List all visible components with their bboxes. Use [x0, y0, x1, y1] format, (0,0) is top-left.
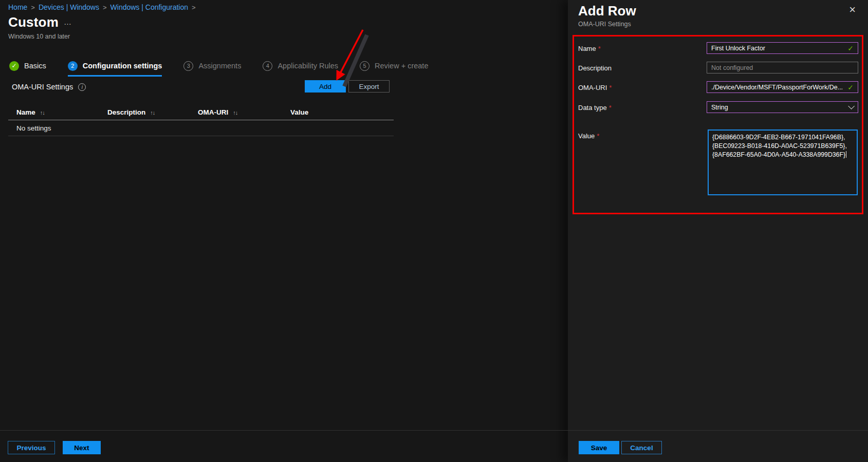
- tab-review-create-label: Review + create: [375, 62, 428, 70]
- add-row-panel: Add Row OMA-URI Settings × Name* First U…: [568, 0, 868, 462]
- oma-uri-input[interactable]: ./Device/Vendor/MSFT/PassportForWork/De.…: [707, 81, 858, 93]
- breadcrumb-separator-icon: >: [188, 4, 199, 11]
- breadcrumb-devices-windows[interactable]: Devices | Windows: [39, 3, 99, 11]
- column-header-name[interactable]: Name ↑↓: [16, 108, 107, 116]
- export-button[interactable]: Export: [348, 80, 390, 93]
- value-field-label: Value*: [578, 132, 599, 140]
- description-label-text: Description: [578, 64, 612, 72]
- tab-assignments[interactable]: 3 Assignments: [183, 61, 241, 71]
- panel-title: Add Row: [578, 3, 636, 19]
- step-number-icon: 3: [183, 61, 193, 71]
- tab-applicability-rules-label: Applicability Rules: [278, 62, 338, 70]
- valid-check-icon: ✓: [847, 83, 854, 91]
- column-header-value: Value: [290, 108, 394, 116]
- page-title: Custom: [8, 14, 59, 30]
- description-field-label: Description: [578, 64, 612, 72]
- data-type-label-text: Data type: [578, 104, 607, 112]
- text-caret: [846, 151, 846, 158]
- value-line-2: {BEC09223-B018-416D-A0AC-523971B639F5},: [712, 142, 853, 151]
- data-type-field-label: Data type*: [578, 104, 612, 112]
- value-textarea[interactable]: {D6886603-9D2F-4EB2-B667-1971041FA96B}, …: [708, 130, 858, 195]
- sort-icon[interactable]: ↑↓: [40, 109, 45, 116]
- step-complete-check-icon: ✓: [9, 61, 19, 71]
- table-header-row: Name ↑↓ Description ↑↓ OMA-URI ↑↓ Value: [8, 104, 394, 120]
- tab-applicability-rules[interactable]: 4 Applicability Rules: [263, 61, 338, 71]
- value-label-text: Value: [578, 132, 595, 140]
- required-asterisk: *: [609, 84, 612, 91]
- close-icon[interactable]: ×: [849, 4, 856, 15]
- oma-uri-settings-heading: OMA-URI Settings i: [12, 83, 86, 91]
- step-number-icon: 2: [68, 61, 78, 71]
- description-input[interactable]: [707, 62, 858, 73]
- save-button[interactable]: Save: [579, 441, 619, 454]
- oma-uri-field-label: OMA-URI*: [578, 84, 612, 91]
- name-input[interactable]: First Unlock Factor ✓: [707, 42, 858, 54]
- tab-configuration-settings[interactable]: 2 Configuration settings: [68, 61, 162, 71]
- footer-divider: [0, 430, 868, 431]
- page-subtitle: Windows 10 and later: [8, 33, 70, 40]
- more-options-button[interactable]: …: [64, 17, 72, 26]
- required-asterisk: *: [597, 132, 599, 140]
- sort-icon[interactable]: ↑↓: [233, 109, 237, 116]
- breadcrumb-home[interactable]: Home: [8, 3, 27, 11]
- column-header-value-label: Value: [290, 108, 308, 116]
- chevron-down-icon: [848, 103, 855, 109]
- tab-basics-label: Basics: [24, 62, 46, 70]
- name-field-label: Name*: [578, 45, 601, 52]
- cancel-button[interactable]: Cancel: [621, 441, 662, 454]
- data-type-select[interactable]: String: [707, 101, 858, 113]
- value-line-3: {8AF662BF-65A0-4D0A-A540-A338A999D36F}: [712, 151, 845, 158]
- breadcrumb-windows-configuration[interactable]: Windows | Configuration: [110, 3, 188, 11]
- oma-uri-input-value: ./Device/Vendor/MSFT/PassportForWork/De.…: [711, 84, 844, 91]
- breadcrumb: Home>Devices | Windows>Windows | Configu…: [8, 3, 199, 11]
- oma-uri-label-text: OMA-URI: [578, 84, 607, 91]
- panel-subtitle: OMA-URI Settings: [578, 21, 631, 28]
- column-header-oma-uri-label: OMA-URI: [198, 108, 228, 116]
- name-label-text: Name: [578, 45, 596, 52]
- breadcrumb-separator-icon: >: [99, 4, 110, 11]
- previous-button[interactable]: Previous: [8, 441, 55, 454]
- valid-check-icon: ✓: [847, 44, 854, 52]
- table-empty-row: No settings: [8, 120, 394, 136]
- info-icon[interactable]: i: [78, 83, 86, 91]
- required-asterisk: *: [609, 104, 612, 112]
- column-header-description-label: Description: [107, 108, 145, 116]
- required-asterisk: *: [598, 45, 601, 52]
- value-line-1: {D6886603-9D2F-4EB2-B667-1971041FA96B},: [712, 133, 853, 142]
- tab-configuration-settings-label: Configuration settings: [83, 62, 162, 70]
- tab-basics[interactable]: ✓ Basics: [9, 61, 46, 71]
- tab-review-create[interactable]: 5 Review + create: [360, 61, 428, 71]
- breadcrumb-separator-icon: >: [27, 4, 39, 11]
- column-header-description[interactable]: Description ↑↓: [107, 108, 198, 116]
- step-number-icon: 5: [360, 61, 370, 71]
- sort-icon[interactable]: ↑↓: [150, 109, 155, 116]
- step-number-icon: 4: [263, 61, 272, 71]
- wizard-tabs: ✓ Basics 2 Configuration settings 3 Assi…: [9, 59, 450, 73]
- tab-assignments-label: Assignments: [198, 62, 241, 70]
- data-type-selected-value: String: [711, 104, 848, 111]
- column-header-name-label: Name: [16, 108, 35, 116]
- oma-uri-settings-table: Name ↑↓ Description ↑↓ OMA-URI ↑↓ Value …: [8, 104, 394, 136]
- next-button[interactable]: Next: [63, 441, 101, 454]
- oma-uri-settings-heading-label: OMA-URI Settings: [12, 83, 73, 91]
- name-input-value: First Unlock Factor: [711, 45, 844, 52]
- column-header-oma-uri[interactable]: OMA-URI ↑↓: [198, 108, 290, 116]
- main-content-area: Home>Devices | Windows>Windows | Configu…: [0, 0, 568, 462]
- add-button[interactable]: Add: [305, 80, 346, 93]
